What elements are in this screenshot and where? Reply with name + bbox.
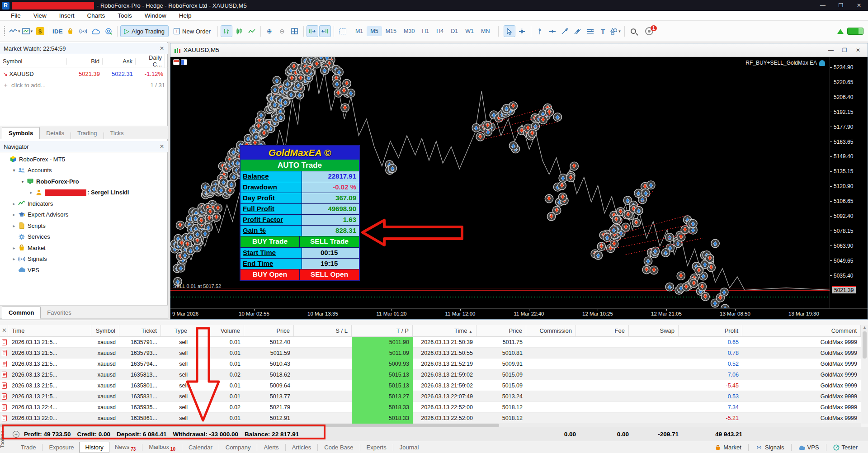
tab-favorites[interactable]: Favorites: [41, 307, 77, 318]
chart-close-icon[interactable]: ✕: [852, 46, 864, 55]
signals-icon[interactable]: [77, 25, 89, 37]
menu-charts[interactable]: Charts: [81, 11, 112, 20]
history-row[interactable]: 2026.03.13 21:5...xauusd1635831...sell0.…: [0, 391, 861, 402]
tab-experts[interactable]: Experts: [361, 442, 392, 453]
sidebar-item-roboforex-pro[interactable]: ▾RoboForex-Pro: [0, 176, 168, 187]
tab-symbols[interactable]: Symbols: [2, 127, 40, 139]
tab-history[interactable]: History: [79, 442, 109, 453]
tab-trading[interactable]: Trading: [71, 127, 104, 139]
price-axis[interactable]: 5021.39 5234.905220.655206.405192.155177…: [830, 57, 868, 308]
history-row[interactable]: 2026.03.13 21:5...xauusd1635801...sell0.…: [0, 380, 861, 391]
vertical-line-tool-icon[interactable]: [534, 25, 546, 37]
auto-scroll-icon[interactable]: [337, 25, 349, 37]
history-row[interactable]: 2026.03.13 22:0...xauusd1635861...sell0.…: [0, 413, 861, 424]
chart-area[interactable]: RF_BUY+SELL_GoldMax EA SELL 0.01 at 5017…: [170, 57, 830, 308]
tab-code-base[interactable]: Code Base: [319, 442, 359, 453]
tab-alerts[interactable]: Alerts: [258, 442, 284, 453]
tab-news[interactable]: News 73: [109, 442, 141, 453]
history-row[interactable]: 2026.03.13 21:5...xauusd1635794...sell0.…: [0, 359, 861, 369]
tab-journal[interactable]: Journal: [394, 442, 425, 453]
zoom-out-icon[interactable]: ⊖: [276, 25, 288, 37]
expand-icon[interactable]: ▸: [11, 212, 17, 217]
buy-trade-button[interactable]: BUY Trade: [241, 236, 300, 247]
tab-trade[interactable]: Trade: [15, 442, 41, 453]
toolbar-drag-handle[interactable]: [4, 25, 6, 37]
timeframe-h4[interactable]: H4: [433, 26, 447, 36]
text-tool-icon[interactable]: T: [597, 25, 609, 37]
status-tab-market[interactable]: Market: [711, 443, 745, 452]
cloud-icon[interactable]: [90, 25, 102, 37]
time-axis[interactable]: 9 Mar 202610 Mar 02:5510 Mar 13:3511 Mar…: [170, 308, 868, 319]
timeframe-m30[interactable]: M30: [400, 26, 418, 36]
tab-company[interactable]: Company: [220, 442, 256, 453]
chart-profile-icon[interactable]: ▾: [22, 25, 33, 37]
timeframe-d1[interactable]: D1: [447, 26, 462, 36]
navigator-close-icon[interactable]: ✕: [160, 143, 164, 150]
restore-button[interactable]: ❐: [832, 0, 850, 11]
expand-icon[interactable]: ▸: [11, 223, 17, 228]
sidebar-item-accounts[interactable]: ▾Accounts: [0, 165, 168, 176]
shift-chart-icon[interactable]: [319, 25, 331, 37]
tab-ticks[interactable]: Ticks: [104, 127, 130, 139]
shift-end-icon[interactable]: [307, 25, 318, 37]
zoom-in-icon[interactable]: ⊕: [264, 25, 275, 37]
sidebar-item-market[interactable]: ▸Market: [0, 242, 168, 254]
timeframe-m1[interactable]: M1: [352, 26, 367, 36]
status-tab-signals[interactable]: Signals: [751, 443, 788, 452]
indicator-list-icon[interactable]: ▾: [9, 25, 21, 37]
expand-icon[interactable]: ▸: [28, 190, 34, 195]
bar-chart-mode-icon[interactable]: [221, 25, 232, 37]
collapse-icon[interactable]: ▾: [20, 179, 25, 184]
search-icon[interactable]: [627, 25, 639, 37]
expand-icon[interactable]: ▸: [11, 245, 17, 250]
menu-insert[interactable]: Insert: [53, 11, 81, 20]
vertical-scrollbar[interactable]: ▲: [861, 325, 868, 424]
notifications-icon[interactable]: 1: [643, 25, 655, 37]
sidebar-item-expert-advisors[interactable]: ▸Expert Advisors: [0, 209, 168, 221]
history-row[interactable]: 2026.03.13 21:5...xauusd1635813...sell0.…: [0, 369, 861, 380]
cursor-tool-icon[interactable]: [504, 25, 515, 37]
tile-windows-icon[interactable]: [289, 25, 301, 37]
fibonacci-tool-icon[interactable]: [585, 25, 596, 37]
sidebar-item-services[interactable]: Services: [0, 231, 168, 243]
sidebar-item-roboforex-mt5[interactable]: RoboForex - MT5: [0, 154, 168, 165]
chart-restore-icon[interactable]: ❐: [839, 46, 850, 55]
tab-common[interactable]: Common: [2, 307, 41, 319]
crosshair-tool-icon[interactable]: [516, 25, 528, 37]
close-button[interactable]: ✕: [850, 0, 868, 11]
timeframe-m15[interactable]: M15: [382, 26, 400, 36]
expand-icon[interactable]: ▸: [11, 201, 17, 206]
line-chart-mode-icon[interactable]: [246, 25, 258, 37]
trade-dollar-icon[interactable]: $: [34, 25, 46, 37]
history-close-icon[interactable]: ✕: [0, 325, 8, 336]
status-tab-vps[interactable]: VPS: [794, 443, 823, 452]
market-watch-row-xauusd[interactable]: ↘ XAUUSD 5021.39 5022.31 -1.12%: [0, 68, 168, 80]
sidebar-item-vps[interactable]: VPS: [0, 264, 168, 276]
new-order-button[interactable]: + New Order: [170, 25, 215, 37]
sell-open-button[interactable]: SELL Open: [300, 269, 359, 280]
candlestick-mode-icon[interactable]: [233, 25, 245, 37]
market-watch-close-icon[interactable]: ✕: [160, 45, 164, 52]
buy-open-button[interactable]: BUY Open: [241, 269, 300, 280]
channel-tool-icon[interactable]: [572, 25, 584, 37]
history-row[interactable]: 2026.03.13 21:5...xauusd1635791...sell0.…: [0, 337, 861, 348]
collapse-icon[interactable]: ▾: [11, 168, 17, 173]
tab-exposure[interactable]: Exposure: [43, 442, 79, 453]
community-icon[interactable]: [103, 25, 114, 37]
trendline-tool-icon[interactable]: [559, 25, 571, 37]
shapes-tool-icon[interactable]: ▾: [610, 25, 622, 37]
minimize-button[interactable]: —: [814, 0, 832, 11]
sell-trade-button[interactable]: SELL Trade: [300, 236, 359, 247]
market-watch-add-row[interactable]: ＋ click to add... 1 / 31: [0, 80, 168, 90]
status-tab-tester[interactable]: Tester: [829, 443, 862, 452]
history-row[interactable]: 2026.03.13 21:5...xauusd1635793...sell0.…: [0, 348, 861, 359]
timeframe-mn[interactable]: MN: [477, 26, 493, 36]
menu-view[interactable]: View: [27, 11, 53, 20]
tab-details[interactable]: Details: [40, 127, 71, 139]
chart-title-bar[interactable]: XAUUSD,M5 — ❐ ✕: [170, 43, 868, 57]
tab-calendar[interactable]: Calendar: [183, 442, 218, 453]
tab-mailbox[interactable]: Mailbox 10: [143, 442, 181, 453]
horizontal-line-tool-icon[interactable]: [547, 25, 558, 37]
menu-help[interactable]: Help: [173, 11, 198, 20]
metaeditor-button[interactable]: IDE: [52, 25, 64, 37]
